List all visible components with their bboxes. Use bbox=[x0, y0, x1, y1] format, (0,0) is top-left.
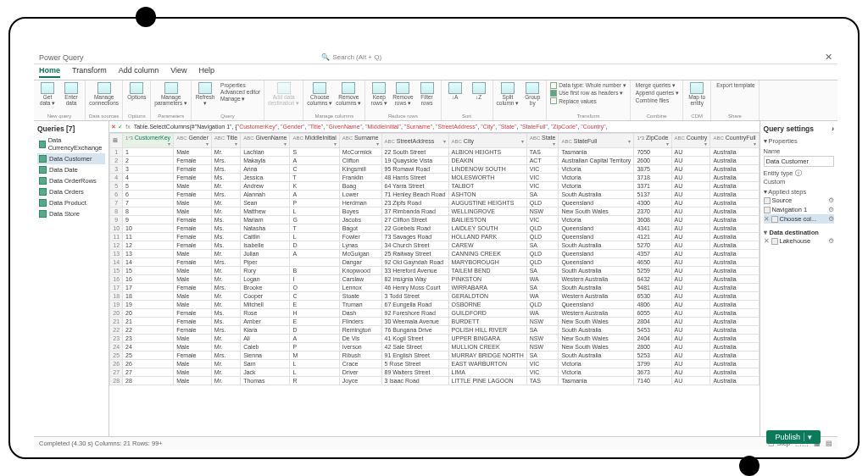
tab-view[interactable]: View bbox=[170, 66, 186, 78]
query-item-data-currencyexchange[interactable]: Data CurrencyExchange bbox=[37, 135, 105, 153]
entity-type-value: Custom bbox=[764, 178, 834, 185]
ribbon-choose-button[interactable]: Choosecolumns ▾ bbox=[307, 82, 332, 106]
table-row[interactable]: 11MaleMr.LachlanSMcCormick22 South Stree… bbox=[110, 148, 759, 157]
query-item-data-customer[interactable]: Data Customer bbox=[37, 153, 105, 164]
tab-home[interactable]: Home bbox=[39, 66, 60, 78]
applied-step-navigation-[interactable]: Navigation 1⚙ bbox=[764, 205, 834, 214]
ribbon-enter-button[interactable]: Enterdata bbox=[61, 82, 81, 106]
formula-cancel-icon[interactable]: ✕ bbox=[111, 124, 116, 130]
column-header-surname[interactable]: ABCSurname▾ bbox=[339, 134, 381, 148]
data-grid[interactable]: ⊞1²3CustomerKey▾ABCGender▾ABCTitle▾ABCGi… bbox=[109, 133, 759, 436]
ribbon-↓a-button[interactable]: ↓A bbox=[445, 82, 465, 101]
table-row[interactable]: 2525FemaleMrs.SiennaMRibush91 English St… bbox=[110, 351, 759, 360]
ribbon-use-first-row-as-headers-[interactable]: Use first row as headers ▾ bbox=[550, 90, 626, 97]
ribbon-group-button[interactable]: Groupby bbox=[522, 82, 542, 106]
table-row[interactable]: 33FemaleMrs.AnnaCKingsmill95 Romawi Road… bbox=[110, 165, 759, 174]
ribbon-keep-button[interactable]: Keeprows ▾ bbox=[369, 82, 389, 106]
table-row[interactable]: 22FemaleMrs.MakaylaAClifton19 Quayside V… bbox=[110, 157, 759, 165]
table-row[interactable]: 44FemaleMs.JessicaTFranklin48 Harris Str… bbox=[110, 174, 759, 182]
column-header-givenname[interactable]: ABCGivenName▾ bbox=[241, 134, 290, 148]
table-row[interactable]: 99FemaleMs.MariamGJacobs27 Clifton Stree… bbox=[110, 216, 759, 224]
applied-step-source[interactable]: Source⚙ bbox=[764, 196, 834, 205]
ribbon-remove-button[interactable]: Removecolumns ▾ bbox=[336, 82, 361, 106]
table-row[interactable]: 77MaleMr.SeanPHerdman23 Zipfs RoadAUGUST… bbox=[110, 199, 759, 208]
chevron-down-icon[interactable]: ▾ bbox=[804, 433, 812, 441]
ribbon-manage-button[interactable]: Manageconnections bbox=[89, 82, 119, 106]
column-header-city[interactable]: ABCCity▾ bbox=[448, 134, 526, 148]
column-header-zipcode[interactable]: 1²3ZipCode▾ bbox=[634, 134, 671, 148]
query-item-data-store[interactable]: Data Store bbox=[37, 208, 105, 219]
ribbon-options-button[interactable]: Options bbox=[126, 82, 147, 101]
ribbon-data-type-whole-number-[interactable]: Data type: Whole number ▾ bbox=[550, 82, 626, 89]
row-header-corner[interactable]: ⊞ bbox=[110, 134, 123, 148]
ribbon-combine-files[interactable]: Combine files bbox=[634, 97, 679, 103]
column-header-gender[interactable]: ABCGender▾ bbox=[174, 134, 212, 148]
table-row[interactable]: 2727MaleMr.JackLDriver89 Walters StreetL… bbox=[110, 368, 759, 377]
close-icon[interactable]: ✕ bbox=[825, 52, 832, 63]
query-item-data-product[interactable]: Data Product bbox=[37, 197, 105, 208]
ribbon-↓z-button[interactable]: ↓Z bbox=[469, 82, 489, 101]
tab-add-column[interactable]: Add column bbox=[119, 66, 159, 78]
ribbon-merge-queries-[interactable]: Merge queries ▾ bbox=[634, 82, 679, 89]
publish-button[interactable]: Publish▾ bbox=[766, 430, 821, 444]
table-row[interactable]: 1111FemaleMs.CaitlinLFowler73 Savages Ro… bbox=[110, 233, 759, 241]
table-row[interactable]: 1414FemaleMrs.PiperDangar92 Old Gayndah … bbox=[110, 258, 759, 267]
table-row[interactable]: 1515MaleMr.RoryBKnopwood33 Hereford Aven… bbox=[110, 267, 759, 275]
ribbon-split-button[interactable]: Splitcolumn ▾ bbox=[497, 82, 520, 106]
query-item-data-orders[interactable]: Data Orders bbox=[37, 186, 105, 197]
data-destination-section[interactable]: ▾Data destination bbox=[764, 229, 834, 236]
table-row[interactable]: 2323MaleMr.AliADe Vis41 Kogil StreetUPPE… bbox=[110, 335, 759, 343]
name-input[interactable]: Data Customer bbox=[764, 156, 834, 167]
table-row[interactable]: 2222FemaleMrs.KiaraDRemington76 Bungana … bbox=[110, 326, 759, 335]
column-header-countryfull[interactable]: ABCCountryFull▾ bbox=[710, 134, 759, 148]
column-header-streetaddress[interactable]: ABCStreetAddress▾ bbox=[381, 134, 448, 148]
data-destination-item[interactable]: ✕ Lakehouse ⚙ bbox=[764, 236, 834, 246]
ribbon-append-queries-[interactable]: Append queries ▾ bbox=[634, 90, 679, 97]
column-header-state[interactable]: ABCState▾ bbox=[526, 134, 559, 148]
table-row[interactable]: 2121FemaleMs.AmberEFlinders30 Weemala Av… bbox=[110, 318, 759, 326]
table-row[interactable]: 2020FemaleMs.RoseHDash92 Foreshore RoadG… bbox=[110, 309, 759, 318]
table-row[interactable]: 1616MaleMr.LoganICarslaw82 Insignia WayP… bbox=[110, 275, 759, 284]
ribbon-replace-values[interactable]: Replace values bbox=[550, 97, 626, 104]
table-row[interactable]: 1313MaleMr.JulianAMcGuigan25 Railway Str… bbox=[110, 250, 759, 258]
ribbon-filter-button[interactable]: Filterrows bbox=[417, 82, 437, 106]
gear-icon[interactable]: ⚙ bbox=[828, 206, 834, 213]
query-item-data-orderrows[interactable]: Data OrderRows bbox=[37, 175, 105, 186]
tab-help[interactable]: Help bbox=[199, 66, 215, 78]
applied-step-choose-col-[interactable]: ✕Choose col...⚙ bbox=[764, 214, 834, 224]
gear-icon[interactable]: ⚙ bbox=[828, 196, 834, 204]
schema-view-icon[interactable]: ▤ bbox=[826, 440, 832, 447]
table-row[interactable]: 1212FemaleMs.IsabelleDLynas34 Church Str… bbox=[110, 241, 759, 250]
column-header-statefull[interactable]: ABCStateFull▾ bbox=[559, 134, 634, 148]
table-row[interactable]: 2626MaleMr.SamLCrace5 Rose StreetEAST WA… bbox=[110, 360, 759, 368]
ribbon-advanced-editor[interactable]: Advanced editor bbox=[219, 89, 260, 95]
table-row[interactable]: 1010FemaleMs.NatashaTBagot22 Goebels Roa… bbox=[110, 224, 759, 233]
ribbon-refresh-button[interactable]: Refresh▾ bbox=[195, 82, 215, 106]
gear-icon[interactable]: ⚙ bbox=[828, 237, 834, 245]
ribbon-manage-button[interactable]: Manageparameters ▾ bbox=[154, 82, 187, 106]
gear-icon[interactable]: ⚙ bbox=[828, 215, 834, 223]
ribbon-properties[interactable]: Properties bbox=[219, 82, 260, 88]
query-item-data-date[interactable]: Data Date bbox=[37, 164, 105, 175]
table-row[interactable]: 2828MaleMr.ThomasRJoyce3 Isaac RoadLITTL… bbox=[110, 377, 759, 385]
column-header-middleinitial[interactable]: ABCMiddleInitial▾ bbox=[290, 134, 339, 148]
column-header-customerkey[interactable]: 1²3CustomerKey▾ bbox=[123, 134, 174, 148]
ribbon-manage-[interactable]: Manage ▾ bbox=[219, 96, 260, 102]
table-row[interactable]: 2424MaleMr.CalebPIverson42 Sale StreetMU… bbox=[110, 343, 759, 351]
ribbon-remove-button[interactable]: Removerows ▾ bbox=[392, 82, 413, 106]
formula-bar[interactable]: ✕ ✓ fx Table.SelectColumns(#"Navigation … bbox=[109, 121, 759, 133]
table-row[interactable]: 1818MaleMr.CooperCStoate3 Todd StreetGER… bbox=[110, 292, 759, 301]
column-header-title[interactable]: ABCTitle▾ bbox=[211, 134, 240, 148]
table-row[interactable]: 88MaleMr.MatthewLBoyes37 Rimbanda RoadWE… bbox=[110, 208, 759, 216]
table-row[interactable]: 1717FemaleMrs.BrookeOLennox46 Henry Moss… bbox=[110, 284, 759, 292]
ribbon-get-button[interactable]: Getdata ▾ bbox=[37, 82, 58, 106]
formula-accept-icon[interactable]: ✓ bbox=[118, 124, 123, 130]
tab-transform[interactable]: Transform bbox=[72, 66, 107, 78]
ribbon-map-to-button[interactable]: Map toentity bbox=[687, 82, 707, 106]
table-row[interactable]: 55MaleMr.AndrewKBoag64 Yarra StreetTALBO… bbox=[110, 182, 759, 191]
search-box[interactable]: 🔍 Search (Alt + Q) bbox=[321, 53, 382, 61]
column-header-country[interactable]: ABCCountry▾ bbox=[671, 134, 710, 148]
table-row[interactable]: 66FemaleMrs.AlannahALower71 Henley Beach… bbox=[110, 191, 759, 199]
table-row[interactable]: 1919MaleMr.MitchellETruman67 Eungella Ro… bbox=[110, 301, 759, 309]
ribbon-export-template[interactable]: Export template bbox=[715, 82, 755, 88]
